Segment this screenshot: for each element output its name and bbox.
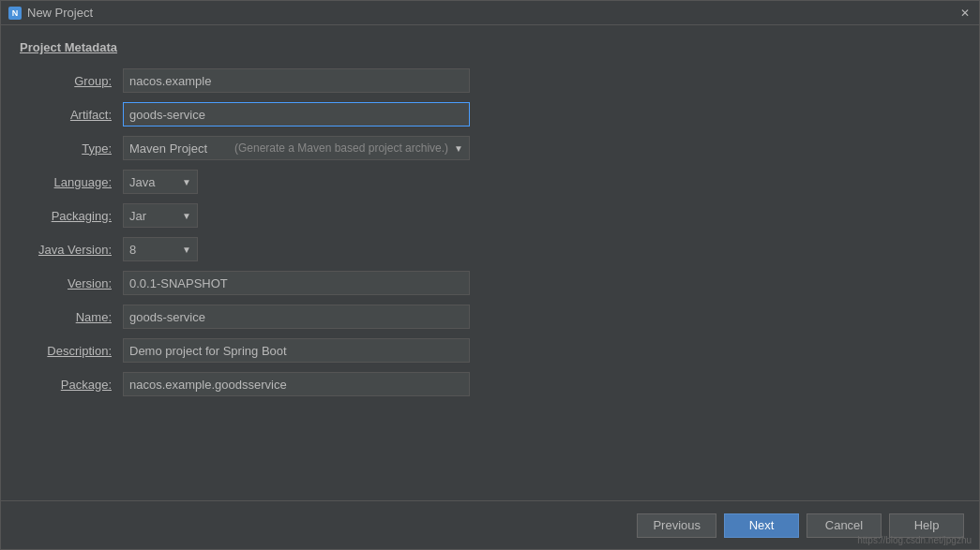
language-value: Java <box>129 175 182 189</box>
version-label: Version: <box>20 276 123 290</box>
footer: Previous Next Cancel Help https://blog.c… <box>1 500 979 549</box>
type-hint: (Generate a Maven based project archive.… <box>234 141 448 155</box>
previous-button[interactable]: Previous <box>637 513 716 538</box>
type-dropdown[interactable]: Maven Project (Generate a Maven based pr… <box>123 136 470 160</box>
name-label: Name: <box>20 310 123 324</box>
title-bar: N New Project ✕ <box>1 1 979 25</box>
package-row: Package: <box>20 371 960 397</box>
description-input[interactable] <box>123 338 470 363</box>
type-row: Type: Maven Project (Generate a Maven ba… <box>20 135 960 161</box>
version-row: Version: <box>20 270 960 296</box>
language-arrow-icon: ▼ <box>182 177 191 187</box>
java-version-row: Java Version: 8 ▼ <box>20 236 960 262</box>
java-version-value: 8 <box>129 243 182 257</box>
artifact-label: Artifact: <box>20 108 123 122</box>
group-input[interactable] <box>123 68 470 93</box>
form-content: Project Metadata Group: Artifact: Type: … <box>1 25 979 500</box>
packaging-dropdown[interactable]: Jar ▼ <box>123 203 198 228</box>
package-label: Package: <box>20 378 123 392</box>
packaging-label: Packaging: <box>20 209 123 223</box>
language-row: Language: Java ▼ <box>20 169 960 195</box>
language-dropdown[interactable]: Java ▼ <box>123 170 198 194</box>
java-version-dropdown[interactable]: 8 ▼ <box>123 237 198 261</box>
group-row: Group: <box>20 67 960 94</box>
group-label: Group: <box>20 74 123 88</box>
new-project-window: N New Project ✕ Project Metadata Group: … <box>0 0 980 550</box>
packaging-row: Packaging: Jar ▼ <box>20 202 960 229</box>
artifact-control <box>123 102 470 126</box>
next-button[interactable]: Next <box>724 513 799 538</box>
group-control <box>123 68 470 93</box>
name-row: Name: <box>20 304 960 330</box>
window-title: New Project <box>27 6 93 20</box>
package-input[interactable] <box>123 372 470 396</box>
description-control <box>123 338 470 363</box>
java-version-label: Java Version: <box>20 243 123 257</box>
name-input[interactable] <box>123 305 470 329</box>
version-input[interactable] <box>123 271 470 295</box>
language-label: Language: <box>20 175 123 189</box>
footer-url: https://blog.csdn.net/jpgzhu <box>857 535 972 545</box>
window-icon: N <box>8 7 22 20</box>
close-button[interactable]: ✕ <box>958 7 972 20</box>
package-control <box>123 372 470 396</box>
artifact-row: Artifact: <box>20 101 960 127</box>
java-version-arrow-icon: ▼ <box>182 245 191 255</box>
type-value: Maven Project <box>129 141 231 156</box>
cancel-button[interactable]: Cancel <box>807 513 882 538</box>
type-label: Type: <box>20 141 123 156</box>
type-arrow-icon: ▼ <box>454 143 463 154</box>
packaging-arrow-icon: ▼ <box>182 211 191 221</box>
description-label: Description: <box>20 344 123 358</box>
artifact-input[interactable] <box>123 102 470 126</box>
title-bar-left: N New Project <box>8 6 93 20</box>
packaging-value: Jar <box>129 209 182 223</box>
section-title: Project Metadata <box>20 40 960 54</box>
name-control <box>123 305 470 329</box>
help-button[interactable]: Help <box>889 513 964 538</box>
version-control <box>123 271 470 295</box>
description-row: Description: <box>20 337 960 364</box>
